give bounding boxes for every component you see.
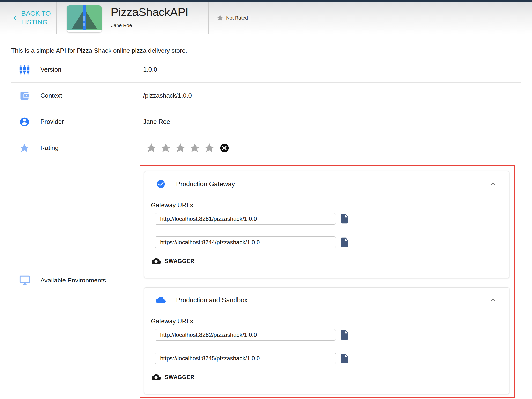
info-row-rating: Rating [11, 135, 521, 161]
copy-file-icon [339, 353, 350, 364]
page-title: PizzaShackAPI [111, 5, 188, 19]
back-to-listing-label: BACK TO LISTING [21, 9, 51, 27]
info-row-label: Version [40, 66, 137, 73]
environment-title: Production and Sandbox [176, 296, 248, 304]
chevron-left-icon [11, 14, 19, 22]
api-provider-subtitle: Jane Roe [111, 23, 132, 28]
info-row-value: Jane Roe [143, 118, 170, 126]
info-row-label: Context [40, 92, 137, 99]
gateway-url-row [155, 329, 350, 341]
star-icon [19, 143, 30, 153]
copy-file-icon [339, 237, 350, 248]
clear-rating-button[interactable] [219, 143, 229, 153]
api-thumbnail [67, 5, 102, 32]
account-circle-icon [19, 117, 30, 127]
gateway-url-input[interactable] [155, 353, 336, 364]
rating-stars [146, 142, 229, 154]
info-rows: Version 1.0.0 Context /pizzashack/1.0.0 … [11, 57, 521, 161]
swagger-button-label: SWAGGER [165, 258, 194, 265]
info-row-context: Context /pizzashack/1.0.0 [11, 83, 521, 109]
copy-file-icon [339, 329, 350, 340]
collapse-button[interactable] [489, 296, 497, 304]
info-row-value: 1.0.0 [143, 66, 157, 73]
chevron-up-icon [489, 296, 497, 304]
environment-card-production-and-sandbox: Production and Sandbox Gateway URLs SWAG… [144, 287, 509, 394]
rating-status: Not Rated [216, 2, 248, 34]
thumbnail-base [67, 30, 102, 32]
environment-title: Production Gateway [176, 180, 235, 188]
info-row-value: /pizzashack/1.0.0 [143, 92, 192, 99]
gateway-url-input[interactable] [155, 236, 336, 248]
rating-star-icon[interactable] [189, 142, 200, 154]
rating-status-label: Not Rated [226, 15, 248, 21]
thumbnail-road-stripe [83, 5, 86, 30]
settings-input-icon [19, 64, 30, 75]
check-circle-icon [156, 179, 166, 189]
cloud-download-icon [152, 257, 161, 266]
rating-star-icon[interactable] [204, 142, 215, 154]
gateway-url-row [155, 213, 350, 225]
copy-button[interactable] [339, 353, 350, 364]
rating-star-icon[interactable] [160, 142, 171, 154]
copy-file-icon [339, 213, 350, 224]
environment-card-header: Production Gateway [156, 179, 497, 189]
title-block: PizzaShackAPI Jane Roe [111, 2, 207, 34]
header-divider [208, 2, 209, 34]
collapse-button[interactable] [489, 180, 497, 188]
available-environments-label: Available Environments [40, 277, 106, 284]
available-environments-row: Available Environments [19, 275, 106, 286]
swagger-download-button[interactable]: SWAGGER [149, 255, 197, 267]
rating-star-icon[interactable] [175, 142, 186, 154]
gateway-urls-label: Gateway URLs [151, 201, 193, 209]
api-details-page: BACK TO LISTING PizzaShackAPI Jane Roe N… [0, 0, 532, 399]
copy-button[interactable] [339, 329, 350, 340]
back-to-listing-button[interactable]: BACK TO LISTING [11, 2, 51, 34]
chevron-up-icon [489, 180, 497, 188]
swagger-button-label: SWAGGER [165, 374, 194, 381]
header: BACK TO LISTING PizzaShackAPI Jane Roe N… [0, 2, 532, 34]
gateway-url-input[interactable] [155, 329, 336, 341]
environment-card-production-gateway: Production Gateway Gateway URLs SWAGGER [144, 171, 509, 278]
copy-button[interactable] [339, 213, 350, 224]
api-description: This is a simple API for Pizza Shack onl… [11, 47, 187, 54]
environment-card-header: Production and Sandbox [156, 295, 497, 305]
info-row-label: Provider [40, 118, 137, 126]
wallet-icon [19, 90, 30, 101]
rating-star-icon[interactable] [146, 142, 157, 154]
top-navigation-bar [0, 0, 532, 2]
header-divider [56, 2, 57, 34]
gateway-url-row [155, 236, 350, 248]
star-icon [216, 14, 224, 22]
gateway-urls-label: Gateway URLs [151, 318, 193, 325]
gateway-url-row [155, 353, 350, 364]
info-row-version: Version 1.0.0 [11, 57, 521, 83]
copy-button[interactable] [339, 237, 350, 248]
swagger-download-button[interactable]: SWAGGER [149, 371, 197, 383]
info-row-provider: Provider Jane Roe [11, 109, 521, 135]
cloud-icon [156, 295, 166, 305]
cloud-download-icon [152, 373, 161, 382]
gateway-url-input[interactable] [155, 213, 336, 225]
monitor-icon [19, 275, 30, 286]
info-row-label: Rating [40, 144, 137, 152]
